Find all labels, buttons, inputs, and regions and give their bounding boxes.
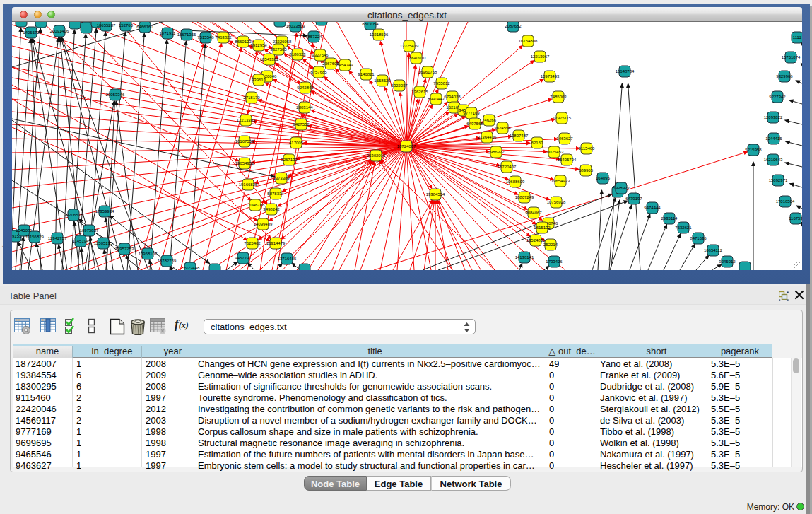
svg-text:6497568: 6497568 [466, 122, 483, 126]
svg-text:10807487: 10807487 [510, 134, 529, 138]
svg-text:13325419: 13325419 [400, 44, 419, 48]
svg-text:1733426: 1733426 [546, 259, 563, 264]
svg-text:17016504: 17016504 [776, 199, 795, 204]
svg-text:16210643: 16210643 [764, 158, 783, 162]
svg-text:10756928: 10756928 [547, 200, 566, 204]
svg-text:3498242: 3498242 [263, 207, 280, 211]
svg-text:152760: 152760 [119, 23, 134, 28]
svg-text:9329966: 9329966 [776, 74, 793, 78]
svg-text:16648784: 16648784 [616, 69, 635, 74]
svg-text:9777169: 9777169 [463, 111, 480, 115]
svg-text:2718170: 2718170 [243, 95, 260, 100]
svg-text:2803144: 2803144 [296, 105, 313, 110]
svg-text:16961758: 16961758 [418, 70, 437, 74]
svg-text:13524851: 13524851 [526, 238, 546, 243]
svg-text:7515546: 7515546 [197, 35, 214, 40]
svg-text:19654923: 19654923 [551, 179, 570, 183]
svg-text:13716485: 13716485 [278, 257, 297, 261]
svg-text:9327546: 9327546 [312, 53, 329, 57]
svg-text:19654952: 19654952 [235, 161, 254, 165]
svg-text:10654112: 10654112 [704, 248, 723, 252]
svg-text:15751074: 15751074 [782, 55, 801, 59]
svg-text:7485003: 7485003 [550, 95, 567, 99]
svg-text:2087682: 2087682 [505, 24, 522, 28]
svg-text:7625402: 7625402 [244, 241, 261, 245]
svg-text:10973493: 10973493 [541, 74, 560, 78]
svg-text:1362615: 1362615 [411, 90, 428, 94]
svg-text:16154808: 16154808 [519, 39, 538, 43]
svg-text:14099489: 14099489 [254, 222, 273, 226]
svg-text:25302015: 25302015 [367, 153, 386, 158]
svg-text:7632621: 7632621 [675, 226, 692, 230]
svg-text:7857224: 7857224 [305, 35, 322, 39]
svg-text:19384554: 19384554 [426, 192, 445, 197]
svg-text:16033809: 16033809 [286, 24, 305, 28]
svg-text:21364436: 21364436 [478, 135, 497, 139]
svg-text:15720407: 15720407 [498, 165, 517, 169]
svg-text:1463627: 1463627 [556, 136, 573, 141]
svg-text:17957253: 17957253 [115, 247, 134, 251]
svg-text:10688609: 10688609 [506, 180, 525, 184]
svg-text:116753: 116753 [789, 216, 802, 221]
svg-text:9245012: 9245012 [719, 259, 736, 264]
svg-text:1373389: 1373389 [273, 176, 290, 180]
svg-text:8757685: 8757685 [310, 70, 327, 74]
svg-text:17046786: 17046786 [246, 203, 265, 207]
svg-text:1145194: 1145194 [73, 239, 90, 243]
svg-text:19166825: 19166825 [239, 182, 258, 187]
svg-text:9227342: 9227342 [769, 95, 786, 99]
svg-text:9457791: 9457791 [235, 256, 252, 260]
svg-text:10025453: 10025453 [545, 150, 564, 154]
svg-text:5322037: 5322037 [391, 83, 408, 88]
svg-text:1112: 1112 [793, 35, 802, 40]
svg-text:9146821: 9146821 [358, 72, 375, 76]
svg-text:10975857: 10975857 [80, 228, 99, 233]
svg-text:8660123: 8660123 [235, 40, 252, 44]
svg-text:417005: 417005 [289, 141, 304, 145]
svg-text:7955812: 7955812 [433, 81, 450, 86]
svg-text:20053346: 20053346 [106, 93, 125, 97]
svg-text:5878334: 5878334 [267, 192, 284, 196]
svg-text:18724007: 18724007 [397, 144, 416, 148]
svg-text:3624554: 3624554 [494, 126, 511, 130]
svg-text:62160: 62160 [531, 141, 543, 145]
svg-text:1558520: 1558520 [374, 78, 391, 83]
svg-text:5215958: 5215958 [745, 148, 762, 152]
svg-text:18640910: 18640910 [407, 56, 426, 60]
svg-text:164095: 164095 [596, 176, 611, 180]
svg-text:3267130: 3267130 [281, 158, 298, 162]
svg-text:10655287: 10655287 [97, 23, 116, 28]
svg-text:11156829: 11156829 [25, 235, 44, 239]
svg-text:1405572: 1405572 [23, 30, 40, 35]
svg-text:7463822: 7463822 [215, 35, 232, 40]
svg-text:23226058: 23226058 [273, 40, 292, 44]
svg-text:12505135: 12505135 [94, 241, 113, 245]
svg-text:10958107: 10958107 [139, 252, 158, 256]
svg-text:1244415: 1244415 [765, 136, 782, 141]
svg-text:16782759: 16782759 [158, 259, 177, 263]
svg-text:8186323: 8186323 [289, 52, 306, 57]
svg-text:15692971: 15692971 [769, 178, 788, 182]
svg-text:12923448: 12923448 [181, 266, 200, 270]
svg-text:16671355: 16671355 [177, 33, 196, 37]
svg-text:12093822: 12093822 [764, 115, 783, 119]
svg-text:8471636: 8471636 [690, 236, 707, 240]
svg-text:746266: 746266 [482, 118, 497, 122]
svg-text:15495794: 15495794 [558, 158, 577, 162]
svg-text:9084067: 9084067 [525, 211, 542, 215]
svg-text:1615132: 1615132 [534, 226, 551, 230]
svg-text:20091406: 20091406 [50, 29, 69, 33]
svg-text:12213967: 12213967 [531, 54, 550, 59]
svg-text:1071911: 1071911 [160, 31, 177, 35]
svg-text:6479197: 6479197 [625, 197, 642, 201]
svg-text:9242845: 9242845 [297, 86, 314, 90]
svg-text:12942757: 12942757 [48, 236, 67, 240]
svg-text:17359934: 17359934 [95, 209, 114, 214]
svg-text:8454749: 8454749 [336, 63, 353, 67]
svg-text:3912954: 3912954 [250, 43, 267, 47]
svg-text:12213383: 12213383 [237, 118, 256, 122]
svg-text:19218506: 19218506 [370, 33, 389, 37]
svg-text:939610: 939610 [252, 78, 266, 82]
svg-text:8990443: 8990443 [428, 97, 445, 101]
svg-text:689965: 689965 [579, 168, 594, 173]
